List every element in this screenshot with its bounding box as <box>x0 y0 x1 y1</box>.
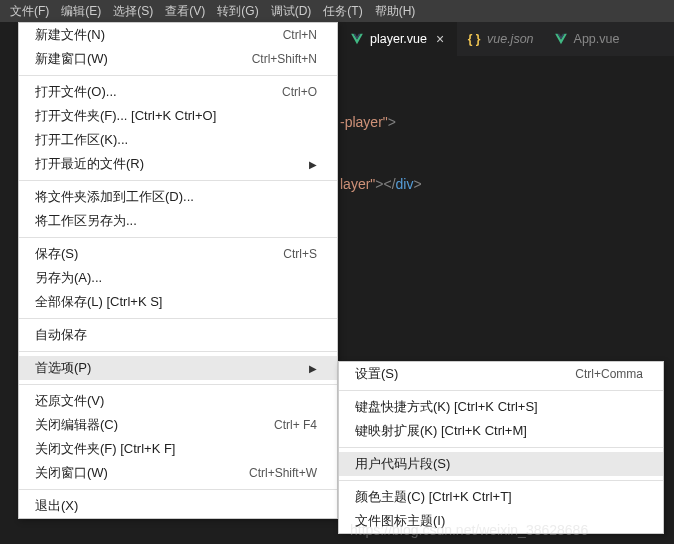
file-menu-item[interactable]: 关闭文件夹(F) [Ctrl+K F] <box>19 437 337 461</box>
menubar-item[interactable]: 选择(S) <box>107 1 159 22</box>
tab-label: player.vue <box>370 32 427 46</box>
menubar-item[interactable]: 转到(G) <box>211 1 264 22</box>
menu-item-label: 另存为(A)... <box>35 269 102 287</box>
menu-item-label: 还原文件(V) <box>35 392 104 410</box>
menu-item-label: 保存(S) <box>35 245 78 263</box>
file-menu: 新建文件(N)Ctrl+N新建窗口(W)Ctrl+Shift+N打开文件(O).… <box>18 22 338 519</box>
code-line: layer"></div> <box>340 168 674 202</box>
menu-item-label: 新建文件(N) <box>35 26 105 44</box>
menu-item-label: 将工作区另存为... <box>35 212 137 230</box>
menu-shortcut: Ctrl+Shift+W <box>249 466 317 480</box>
file-menu-item[interactable]: 新建窗口(W)Ctrl+Shift+N <box>19 47 337 71</box>
chevron-right-icon: ▶ <box>309 159 317 170</box>
tab-label: App.vue <box>574 32 620 46</box>
menu-item-label: 关闭文件夹(F) [Ctrl+K F] <box>35 440 175 458</box>
file-menu-item[interactable]: 新建文件(N)Ctrl+N <box>19 23 337 47</box>
menu-separator <box>19 351 337 352</box>
menu-separator <box>19 489 337 490</box>
menubar-item[interactable]: 文件(F) <box>4 1 55 22</box>
file-menu-item[interactable]: 首选项(P)▶ <box>19 356 337 380</box>
menubar-item[interactable]: 帮助(H) <box>369 1 422 22</box>
menu-separator <box>339 447 663 448</box>
menu-item-label: 关闭编辑器(C) <box>35 416 118 434</box>
menu-shortcut: Ctrl+Comma <box>575 367 643 381</box>
menu-separator <box>339 390 663 391</box>
preferences-submenu: 设置(S)Ctrl+Comma键盘快捷方式(K) [Ctrl+K Ctrl+S]… <box>338 361 664 534</box>
menubar-item[interactable]: 调试(D) <box>265 1 318 22</box>
menu-item-label: 键盘快捷方式(K) [Ctrl+K Ctrl+S] <box>355 398 538 416</box>
file-menu-item[interactable]: 打开工作区(K)... <box>19 128 337 152</box>
pref-menu-item[interactable]: 设置(S)Ctrl+Comma <box>339 362 663 386</box>
menu-separator <box>19 237 337 238</box>
menu-item-label: 自动保存 <box>35 326 87 344</box>
close-icon[interactable]: × <box>433 32 447 46</box>
menu-item-label: 打开文件夹(F)... [Ctrl+K Ctrl+O] <box>35 107 216 125</box>
file-menu-item[interactable]: 打开文件夹(F)... [Ctrl+K Ctrl+O] <box>19 104 337 128</box>
menu-shortcut: Ctrl+O <box>282 85 317 99</box>
editor-tab[interactable]: { }vue.json <box>457 22 544 56</box>
menu-item-label: 颜色主题(C) [Ctrl+K Ctrl+T] <box>355 488 512 506</box>
menu-separator <box>19 318 337 319</box>
pref-menu-item[interactable]: 用户代码片段(S) <box>339 452 663 476</box>
menu-item-label: 用户代码片段(S) <box>355 455 450 473</box>
menu-item-label: 将文件夹添加到工作区(D)... <box>35 188 194 206</box>
menubar-item[interactable]: 查看(V) <box>159 1 211 22</box>
file-menu-item[interactable]: 将工作区另存为... <box>19 209 337 233</box>
menu-shortcut: Ctrl+Shift+N <box>252 52 317 66</box>
menu-item-label: 退出(X) <box>35 497 78 515</box>
menubar: 文件(F)编辑(E)选择(S)查看(V)转到(G)调试(D)任务(T)帮助(H) <box>0 0 674 22</box>
menu-item-label: 新建窗口(W) <box>35 50 108 68</box>
menu-separator <box>339 480 663 481</box>
pref-menu-item[interactable]: 键映射扩展(K) [Ctrl+K Ctrl+M] <box>339 419 663 443</box>
file-menu-item[interactable]: 关闭编辑器(C)Ctrl+ F4 <box>19 413 337 437</box>
menu-item-label: 关闭窗口(W) <box>35 464 108 482</box>
menu-separator <box>19 384 337 385</box>
menubar-item[interactable]: 任务(T) <box>317 1 368 22</box>
file-menu-item[interactable]: 关闭窗口(W)Ctrl+Shift+W <box>19 461 337 485</box>
menu-item-label: 文件图标主题(I) <box>355 512 445 530</box>
vue-icon <box>554 32 568 46</box>
pref-menu-item[interactable]: 颜色主题(C) [Ctrl+K Ctrl+T] <box>339 485 663 509</box>
editor-tabs: player.vue×{ }vue.jsonApp.vue <box>340 22 674 56</box>
file-menu-item[interactable]: 打开文件(O)...Ctrl+O <box>19 80 337 104</box>
file-menu-item[interactable]: 保存(S)Ctrl+S <box>19 242 337 266</box>
menu-shortcut: Ctrl+N <box>283 28 317 42</box>
pref-menu-item[interactable]: 文件图标主题(I) <box>339 509 663 533</box>
json-icon: { } <box>467 32 481 46</box>
menu-item-label: 全部保存(L) [Ctrl+K S] <box>35 293 163 311</box>
pref-menu-item[interactable]: 键盘快捷方式(K) [Ctrl+K Ctrl+S] <box>339 395 663 419</box>
menu-separator <box>19 75 337 76</box>
menubar-item[interactable]: 编辑(E) <box>55 1 107 22</box>
vue-icon <box>350 32 364 46</box>
menu-item-label: 打开文件(O)... <box>35 83 117 101</box>
file-menu-item[interactable]: 将文件夹添加到工作区(D)... <box>19 185 337 209</box>
menu-shortcut: Ctrl+S <box>283 247 317 261</box>
editor-tab[interactable]: player.vue× <box>340 22 457 56</box>
chevron-right-icon: ▶ <box>309 363 317 374</box>
file-menu-item[interactable]: 自动保存 <box>19 323 337 347</box>
menu-item-label: 键映射扩展(K) [Ctrl+K Ctrl+M] <box>355 422 527 440</box>
menu-item-label: 打开最近的文件(R) <box>35 155 144 173</box>
code-line: -player"> <box>340 106 674 140</box>
editor-tab[interactable]: App.vue <box>544 22 630 56</box>
file-menu-item[interactable]: 退出(X) <box>19 494 337 518</box>
menu-item-label: 首选项(P) <box>35 359 91 377</box>
file-menu-item[interactable]: 打开最近的文件(R)▶ <box>19 152 337 176</box>
menu-separator <box>19 180 337 181</box>
menu-item-label: 设置(S) <box>355 365 398 383</box>
tab-label: vue.json <box>487 32 534 46</box>
menu-item-label: 打开工作区(K)... <box>35 131 128 149</box>
file-menu-item[interactable]: 全部保存(L) [Ctrl+K S] <box>19 290 337 314</box>
menu-shortcut: Ctrl+ F4 <box>274 418 317 432</box>
file-menu-item[interactable]: 另存为(A)... <box>19 266 337 290</box>
file-menu-item[interactable]: 还原文件(V) <box>19 389 337 413</box>
